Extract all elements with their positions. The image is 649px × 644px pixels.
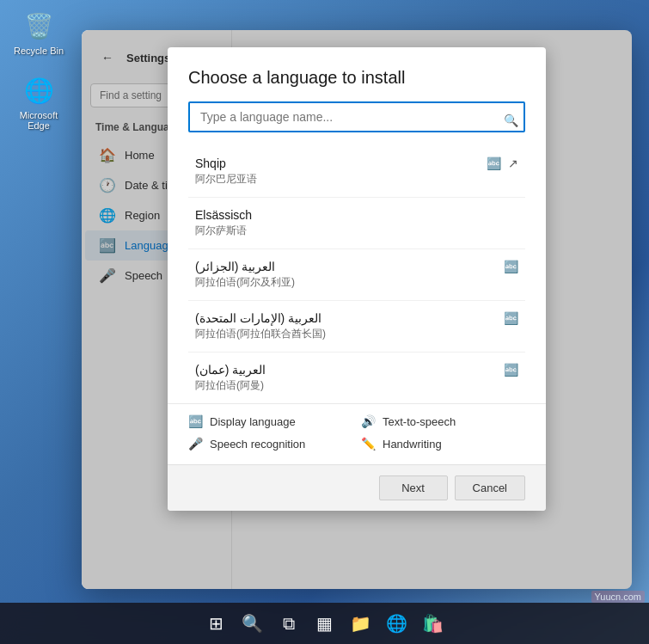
feature-display-language: 🔤 Display language [232, 414, 352, 428]
install-icon: ↗ [508, 156, 518, 170]
lang-name: العربية (الإمارات المتحدة) [232, 311, 321, 325]
dialog-title: Choose a language to install [232, 68, 525, 88]
list-item[interactable]: Elsässisch 阿尔萨斯语 [232, 198, 525, 249]
widgets-button[interactable]: ▦ [308, 606, 342, 641]
recycle-bin-label: Recycle Bin [14, 46, 64, 56]
lang-icons: 🔤 ↗ [487, 156, 518, 170]
lang-native: 阿拉伯语(阿曼) [232, 378, 518, 393]
list-item[interactable]: العربية (عمان) 🔤 阿拉伯语(阿曼) [232, 353, 525, 403]
lang-item-header: العربية (الجزائر) 🔤 [232, 260, 518, 273]
handwriting-feature-icon: ✏️ [361, 437, 376, 451]
dialog-body: Choose a language to install 🔍 Shqip [232, 47, 546, 403]
edge-label: Microsoft Edge [9, 110, 69, 131]
feature-text-to-speech: 🔊 Text-to-speech [361, 414, 525, 428]
search-wrapper: 🔍 [232, 101, 525, 139]
main-content: Choose a language to install 🔍 Shqip [232, 30, 632, 589]
lang-item-header: العربية (الإمارات المتحدة) 🔤 [232, 311, 518, 325]
lang-name: العربية (الجزائر) [232, 260, 275, 273]
edge-image: 🌐 [21, 73, 56, 107]
taskbar-items: ⊞ 🔍 ⧉ ▦ 📁 🌐 🛍️ [199, 606, 450, 641]
language-list: Shqip 🔤 ↗ 阿尔巴尼亚语 [232, 146, 525, 403]
dialog-footer: Next Cancel [232, 464, 546, 511]
watermark: Yuucn.com [591, 591, 645, 603]
tts-feature-icon: 🔊 [361, 414, 376, 428]
lang-icons: 🔤 [504, 363, 518, 377]
list-item[interactable]: العربية (الإمارات المتحدة) 🔤 阿拉伯语(阿拉伯联合酋… [232, 301, 525, 353]
lang-item-header: العربية (عمان) 🔤 [232, 363, 518, 377]
lang-native: 阿尔萨斯语 [232, 224, 518, 238]
store-taskbar-button[interactable]: 🛍️ [416, 606, 450, 641]
settings-window: ← Settings Time & Language 🏠 Home 🕐 Date… [82, 30, 632, 589]
list-item[interactable]: العربية (الجزائر) 🔤 阿拉伯语(阿尔及利亚) [232, 249, 525, 301]
list-item[interactable]: Shqip 🔤 ↗ 阿尔巴尼亚语 [232, 146, 525, 198]
display-lang-icon: 🔤 [504, 260, 518, 273]
features-section: 🔤 Display language 🔊 Text-to-speech 🎤 Sp… [232, 403, 546, 464]
speech-recognition-label: Speech recognition [232, 438, 305, 451]
lang-native: 阿尔巴尼亚语 [232, 172, 518, 187]
next-button[interactable]: Next [379, 475, 448, 500]
task-view-button[interactable]: ⧉ [272, 606, 306, 641]
taskbar: ⊞ 🔍 ⧉ ▦ 📁 🌐 🛍️ Yuucn.com [0, 603, 649, 644]
dialog-overlay: Choose a language to install 🔍 Shqip [232, 30, 632, 589]
features-grid: 🔤 Display language 🔊 Text-to-speech 🎤 Sp… [232, 414, 525, 451]
language-search-input[interactable] [232, 101, 525, 132]
microsoft-edge-icon[interactable]: 🌐 Microsoft Edge [9, 73, 69, 131]
text-to-speech-label: Text-to-speech [383, 415, 456, 428]
recycle-bin-image: 🗑️ [21, 9, 56, 43]
install-dialog: Choose a language to install 🔍 Shqip [232, 47, 546, 511]
lang-item-header: Elsässisch [232, 208, 518, 222]
feature-speech-recognition: 🎤 Speech recognition [232, 437, 352, 451]
lang-item-header: Shqip 🔤 ↗ [232, 156, 518, 170]
lang-name: العربية (عمان) [232, 363, 266, 377]
file-explorer-button[interactable]: 📁 [344, 606, 378, 641]
feature-handwriting: ✏️ Handwriting [361, 437, 525, 451]
display-lang-icon: 🔤 [504, 363, 518, 377]
search-taskbar-button[interactable]: 🔍 [236, 606, 270, 641]
lang-icons: 🔤 [504, 260, 518, 273]
handwriting-label: Handwriting [383, 438, 442, 451]
lang-native: 阿拉伯语(阿拉伯联合酋长国) [232, 327, 518, 341]
recycle-bin-icon[interactable]: 🗑️ Recycle Bin [9, 9, 69, 56]
display-lang-icon: 🔤 [504, 311, 518, 325]
start-button[interactable]: ⊞ [199, 606, 234, 641]
lang-icons: 🔤 [504, 311, 518, 325]
cancel-button[interactable]: Cancel [455, 475, 525, 500]
search-button[interactable]: 🔍 [504, 113, 518, 127]
edge-taskbar-button[interactable]: 🌐 [380, 606, 414, 641]
lang-name: Elsässisch [232, 208, 252, 222]
display-lang-icon: 🔤 [487, 156, 501, 170]
display-language-label: Display language [232, 415, 296, 428]
desktop-icons: 🗑️ Recycle Bin 🌐 Microsoft Edge [9, 9, 69, 131]
desktop: 🗑️ Recycle Bin 🌐 Microsoft Edge ← Settin… [0, 0, 649, 644]
lang-native: 阿拉伯语(阿尔及利亚) [232, 275, 518, 290]
